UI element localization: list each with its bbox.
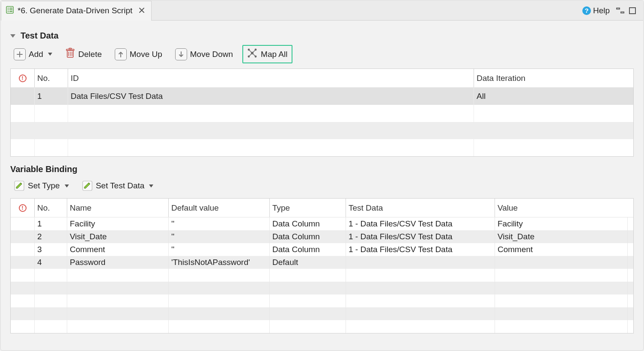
editor-tab[interactable]: *6. Generate Data-Driven Script <box>1 1 152 21</box>
test-data-section-header: Test Data <box>10 31 634 41</box>
svg-rect-4 <box>9 9 12 10</box>
test-data-toolbar: Add Delete Move Up Move <box>10 45 634 63</box>
col-name[interactable]: Name <box>67 199 169 217</box>
trash-icon <box>65 48 75 61</box>
table-row[interactable] <box>11 105 633 122</box>
delete-button[interactable]: Delete <box>62 46 105 62</box>
svg-rect-6 <box>9 11 12 12</box>
svg-rect-2 <box>9 8 12 9</box>
window-controls: ? Help <box>582 6 643 15</box>
warning-icon: ! <box>19 74 27 82</box>
col-value[interactable]: Value <box>495 199 628 217</box>
col-no[interactable]: No. <box>35 199 67 217</box>
svg-point-3 <box>8 9 9 10</box>
svg-rect-11 <box>629 8 635 14</box>
tab-bar: *6. Generate Data-Driven Script ? Help <box>1 1 643 21</box>
variable-binding-toolbar: Set Type Set Test Data <box>10 178 634 193</box>
table-row[interactable] <box>11 122 633 139</box>
table-row[interactable] <box>11 320 633 333</box>
col-iteration[interactable]: Data Iteration <box>474 69 629 87</box>
chevron-down-icon <box>48 53 52 56</box>
col-test-data[interactable]: Test Data <box>346 199 495 217</box>
minimize-icon[interactable] <box>616 6 625 15</box>
svg-rect-10 <box>621 12 624 13</box>
test-data-table: ! No. ID Data Iteration 1 Data Files/CSV… <box>10 68 634 157</box>
svg-rect-9 <box>617 8 620 9</box>
table-row[interactable] <box>11 139 633 156</box>
svg-text:?: ? <box>584 7 588 14</box>
plus-icon <box>14 48 26 60</box>
test-data-title: Test Data <box>21 31 59 41</box>
table-row[interactable] <box>11 269 633 282</box>
help-label: Help <box>593 6 610 15</box>
move-up-button[interactable]: Move Up <box>111 47 166 62</box>
list-icon <box>6 6 14 16</box>
map-all-highlight: Map All <box>242 45 292 63</box>
col-no[interactable]: No. <box>35 69 68 87</box>
table-row[interactable] <box>11 307 633 320</box>
close-icon[interactable] <box>138 6 145 16</box>
edit-icon <box>14 180 25 191</box>
svg-rect-14 <box>69 48 72 50</box>
set-test-data-button[interactable]: Set Test Data <box>78 178 157 193</box>
chevron-down-icon <box>65 184 69 187</box>
tab-title: *6. Generate Data-Driven Script <box>18 6 132 15</box>
move-down-button[interactable]: Move Down <box>172 47 236 62</box>
help-button[interactable]: ? Help <box>582 6 610 15</box>
table-row[interactable]: 2 Visit_Date '' Data Column 1 - Data Fil… <box>11 230 633 243</box>
table-row[interactable] <box>11 294 633 307</box>
map-all-button[interactable]: Map All <box>245 47 289 62</box>
svg-point-1 <box>8 7 9 9</box>
table-header: ! No. ID Data Iteration <box>11 69 633 88</box>
variable-binding-section-header: Variable Binding <box>10 164 634 174</box>
col-default[interactable]: Default value <box>169 199 270 217</box>
variable-binding-title: Variable Binding <box>10 164 78 174</box>
arrow-up-icon <box>115 48 127 60</box>
col-id[interactable]: ID <box>68 69 474 87</box>
col-type[interactable]: Type <box>270 199 346 217</box>
collapse-icon[interactable] <box>10 34 15 38</box>
warning-icon: ! <box>19 204 27 212</box>
map-icon <box>247 48 258 61</box>
table-row[interactable]: 1 Facility '' Data Column 1 - Data Files… <box>11 217 633 230</box>
variable-binding-table: ! No. Name Default value Type Test Data … <box>10 198 634 333</box>
add-button[interactable]: Add <box>10 47 56 62</box>
table-row[interactable]: 4 Password 'ThisIsNotAPassword' Default <box>11 256 633 269</box>
maximize-icon[interactable] <box>628 6 637 15</box>
table-row[interactable]: 3 Comment '' Data Column 1 - Data Files/… <box>11 243 633 256</box>
edit-icon <box>82 180 93 191</box>
chevron-down-icon <box>149 184 153 187</box>
set-type-button[interactable]: Set Type <box>10 178 72 193</box>
table-header: ! No. Name Default value Type Test Data … <box>11 199 633 217</box>
arrow-down-icon <box>175 48 187 60</box>
table-row[interactable] <box>11 282 633 294</box>
table-row[interactable]: 1 Data Files/CSV Test Data All <box>11 88 633 105</box>
svg-point-5 <box>8 11 9 12</box>
